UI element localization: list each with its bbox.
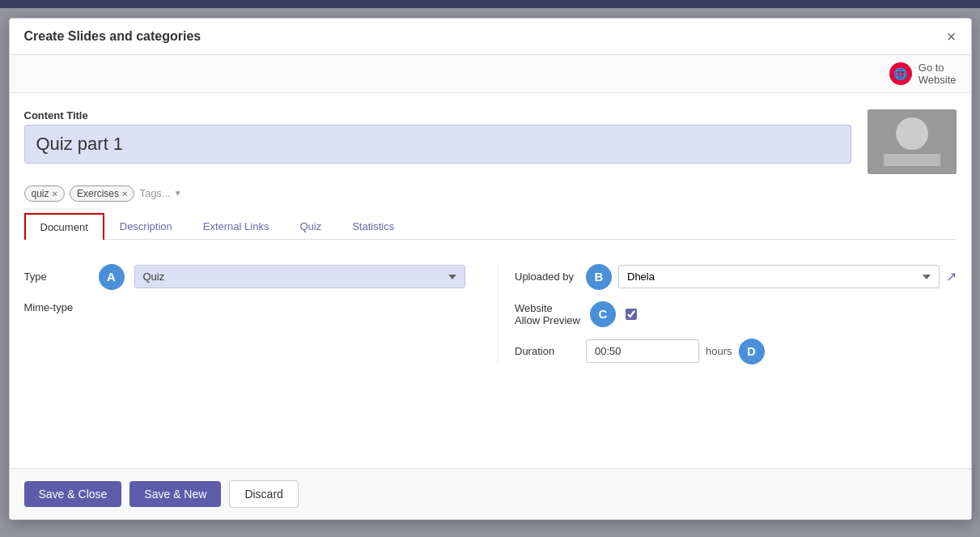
allow-preview-checkbox[interactable] xyxy=(626,309,637,320)
modal-dialog: Create Slides and categories × 🌐 Go to W… xyxy=(9,18,972,520)
type-row: Type A Quiz Video Document xyxy=(24,264,466,290)
goto-website-label: Go to Website xyxy=(918,62,957,86)
close-button[interactable]: × xyxy=(947,28,957,45)
tab-description[interactable]: Description xyxy=(104,213,188,240)
modal-footer: Save & Close Save & New Discard xyxy=(10,468,971,519)
uploaded-by-label: Uploaded by xyxy=(515,271,579,283)
content-title-label: Content Title xyxy=(24,109,851,121)
type-select[interactable]: Quiz Video Document xyxy=(134,265,466,288)
badge-d: D xyxy=(739,339,765,364)
duration-label: Duration xyxy=(515,345,579,357)
uploaded-by-select[interactable]: Dhela xyxy=(618,265,940,288)
top-nav-bar xyxy=(0,0,980,8)
form-area: Type A Quiz Video Document Mime-type xyxy=(24,251,957,377)
tags-dropdown-arrow[interactable]: ▼ xyxy=(174,189,182,198)
tag-exercises-remove[interactable]: × xyxy=(122,189,127,198)
tab-external-links[interactable]: External Links xyxy=(188,213,285,240)
discard-button[interactable]: Discard xyxy=(229,480,298,508)
mimetype-row: Mime-type xyxy=(24,301,466,313)
content-thumbnail xyxy=(868,109,957,174)
modal-overlay: Create Slides and categories × 🌐 Go to W… xyxy=(0,0,980,537)
mimetype-label: Mime-type xyxy=(24,301,89,313)
tags-input-wrapper: Tags... ▼ xyxy=(139,187,181,199)
allow-preview-label: WebsiteAllow Preview xyxy=(515,302,580,326)
form-right: Uploaded by B Dhela ↗ WebsiteAllow Previ… xyxy=(498,264,957,364)
tag-chip-quiz: quiz × xyxy=(24,185,65,202)
content-title-left: Content Title xyxy=(24,109,851,164)
globe-icon: 🌐 xyxy=(889,62,912,85)
hours-label: hours xyxy=(706,345,732,357)
tag-chip-exercises: Exercises × xyxy=(70,185,134,202)
content-title-input[interactable] xyxy=(24,125,851,164)
badge-a: A xyxy=(99,264,125,290)
modal-title: Create Slides and categories xyxy=(24,29,202,44)
tabs-row: Document Description External Links Quiz… xyxy=(24,213,957,240)
tab-statistics[interactable]: Statistics xyxy=(337,213,409,240)
tag-quiz-text: quiz xyxy=(32,188,49,199)
tab-quiz[interactable]: Quiz xyxy=(284,213,337,240)
form-left: Type A Quiz Video Document Mime-type xyxy=(24,264,498,364)
goto-website-link[interactable]: 🌐 Go to Website xyxy=(889,62,957,86)
content-title-section: Content Title xyxy=(24,109,957,174)
tags-row: quiz × Exercises × Tags... ▼ xyxy=(24,185,957,202)
save-close-button[interactable]: Save & Close xyxy=(24,481,122,507)
type-label: Type xyxy=(24,271,89,283)
tag-quiz-remove[interactable]: × xyxy=(53,189,57,198)
uploaded-by-row: Uploaded by B Dhela ↗ xyxy=(515,264,957,290)
modal-header: Create Slides and categories × xyxy=(10,19,971,55)
duration-input[interactable] xyxy=(586,339,699,363)
duration-row: Duration hours D xyxy=(515,339,957,364)
tab-document[interactable]: Document xyxy=(24,213,104,240)
tags-placeholder[interactable]: Tags... xyxy=(139,187,170,199)
save-new-button[interactable]: Save & New xyxy=(129,481,221,507)
badge-c: C xyxy=(590,301,616,327)
tag-exercises-text: Exercises xyxy=(77,188,119,199)
allow-preview-row: WebsiteAllow Preview C xyxy=(515,301,957,327)
goto-website-bar: 🌐 Go to Website xyxy=(10,55,971,93)
modal-body: Content Title quiz × Exercises × Tags...… xyxy=(10,93,971,468)
external-link-icon[interactable]: ↗ xyxy=(946,269,957,284)
badge-b: B xyxy=(586,264,612,290)
